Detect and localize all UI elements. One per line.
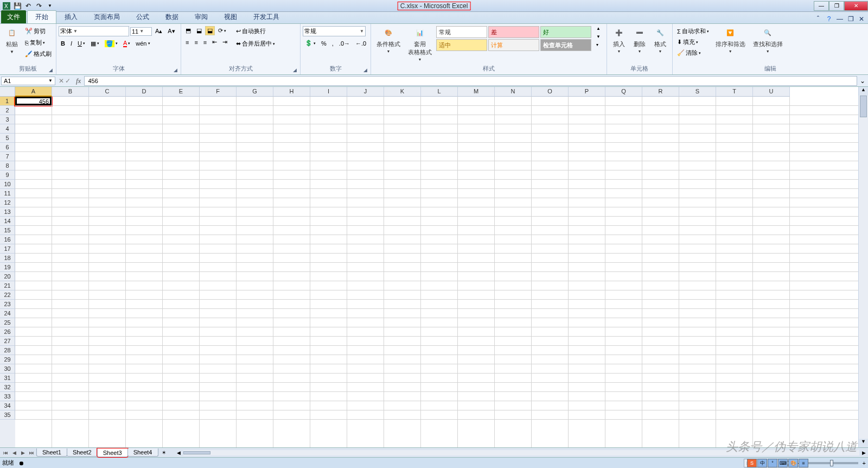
row-header-14[interactable]: 14 [0, 217, 15, 226]
column-header-T[interactable]: T [716, 87, 753, 97]
column-header-G[interactable]: G [237, 87, 273, 97]
format-painter-button[interactable]: 🖌️格式刷 [23, 49, 54, 59]
align-left-icon[interactable]: ≡ [183, 38, 191, 47]
row-header-9[interactable]: 9 [0, 170, 15, 180]
clear-button[interactable]: 🧹清除▾ [675, 48, 711, 58]
macro-record-icon[interactable]: ⏺ [18, 460, 24, 466]
column-header-I[interactable]: I [310, 87, 347, 97]
font-color-button[interactable]: A▾ [121, 39, 132, 48]
qat-dropdown-icon[interactable]: ▼ [46, 2, 54, 10]
tab-home[interactable]: 开始 [27, 10, 56, 23]
column-header-A[interactable]: A [15, 87, 52, 97]
row-header-10[interactable]: 10 [0, 180, 15, 189]
row-header-2[interactable]: 2 [0, 106, 15, 115]
styles-scroll-up-icon[interactable]: ▲ [594, 25, 603, 32]
comma-icon[interactable]: , [330, 39, 336, 48]
column-header-N[interactable]: N [495, 87, 532, 97]
row-header-17[interactable]: 17 [0, 244, 15, 254]
row-header-33[interactable]: 33 [0, 392, 15, 401]
row-header-28[interactable]: 28 [0, 346, 15, 355]
hscroll-thumb[interactable] [183, 451, 210, 454]
tab-developer[interactable]: 开发工具 [245, 10, 288, 23]
scroll-left-icon[interactable]: ◀ [175, 450, 183, 456]
row-header-12[interactable]: 12 [0, 198, 15, 207]
row-header-26[interactable]: 26 [0, 327, 15, 337]
tab-view[interactable]: 视图 [216, 10, 245, 23]
vertical-scrollbar[interactable]: ▲ ▼ [858, 87, 868, 447]
row-header-15[interactable]: 15 [0, 226, 15, 235]
tab-review[interactable]: 审阅 [187, 10, 216, 23]
row-header-3[interactable]: 3 [0, 115, 15, 124]
close-button[interactable]: ✕ [844, 1, 868, 11]
column-header-M[interactable]: M [458, 87, 495, 97]
sheet-last-icon[interactable]: ⏭ [27, 450, 36, 456]
column-header-E[interactable]: E [163, 87, 200, 97]
align-middle-icon[interactable]: ⬓ [194, 26, 204, 35]
border-button[interactable]: ▦▾ [88, 39, 101, 48]
sheet-tab-3[interactable]: Sheet3 [97, 448, 128, 457]
ime-menu-icon[interactable]: ≡ [799, 459, 808, 467]
window-close-icon[interactable]: ✕ [857, 15, 866, 23]
font-launcher-icon[interactable]: ◢ [174, 67, 177, 73]
indent-increase-icon[interactable]: ⇥ [220, 37, 229, 47]
row-header-31[interactable]: 31 [0, 374, 15, 383]
increase-decimal-icon[interactable]: .0→ [337, 39, 352, 48]
ime-punct-icon[interactable]: ° [768, 459, 777, 467]
row-header-19[interactable]: 19 [0, 263, 15, 272]
redo-icon[interactable]: ↷ [35, 2, 43, 10]
name-box[interactable]: A1▼ [1, 77, 55, 85]
ime-soft-kb-icon[interactable]: ⌨ [778, 459, 788, 467]
merge-button[interactable]: ⬌合并后居中▾ [234, 39, 277, 49]
formula-input[interactable]: 456 [84, 76, 857, 86]
minimize-ribbon-icon[interactable]: ˆ [814, 15, 822, 23]
column-header-D[interactable]: D [126, 87, 163, 97]
copy-button[interactable]: ⎘复制▾ [23, 37, 54, 48]
cut-button[interactable]: ✂️剪切 [23, 26, 54, 36]
bold-button[interactable]: B [59, 39, 67, 48]
fill-button[interactable]: ⬇填充▾ [675, 37, 711, 47]
column-header-K[interactable]: K [384, 87, 421, 97]
row-header-7[interactable]: 7 [0, 152, 15, 161]
save-icon[interactable]: 💾 [13, 2, 22, 10]
row-header-6[interactable]: 6 [0, 143, 15, 152]
scroll-right-icon[interactable]: ▶ [859, 450, 868, 456]
increase-font-icon[interactable]: A▴ [153, 27, 164, 36]
conditional-format-button[interactable]: 🎨条件格式▼ [373, 25, 404, 54]
underline-button[interactable]: U▾ [75, 39, 87, 48]
zoom-in-button[interactable]: + [863, 460, 866, 466]
percent-icon[interactable]: % [319, 39, 329, 48]
sheet-next-icon[interactable]: ▶ [18, 450, 27, 456]
row-header-18[interactable]: 18 [0, 254, 15, 263]
decrease-font-icon[interactable]: A▾ [165, 27, 177, 36]
indent-decrease-icon[interactable]: ⇤ [210, 37, 219, 47]
vscroll-thumb[interactable] [860, 96, 867, 117]
column-header-R[interactable]: R [642, 87, 679, 97]
row-header-1[interactable]: 1 [0, 97, 15, 106]
column-header-B[interactable]: B [52, 87, 89, 97]
column-header-Q[interactable]: Q [605, 87, 642, 97]
style-bad[interactable]: 差 [488, 26, 539, 38]
maximize-button[interactable]: ❐ [829, 1, 844, 11]
help-icon[interactable]: ? [825, 15, 833, 23]
ime-lang-button[interactable]: 中 [757, 459, 767, 467]
italic-button[interactable]: I [68, 39, 74, 48]
ime-skin-icon[interactable]: 🎨 [788, 459, 798, 467]
row-header-25[interactable]: 25 [0, 318, 15, 327]
row-header-32[interactable]: 32 [0, 383, 15, 392]
tab-file[interactable]: 文件 [1, 10, 26, 23]
column-header-S[interactable]: S [679, 87, 716, 97]
window-min-icon[interactable]: — [835, 15, 844, 23]
new-sheet-button[interactable]: ✶ [158, 450, 169, 456]
column-header-U[interactable]: U [753, 87, 790, 97]
row-header-35[interactable]: 35 [0, 410, 15, 420]
styles-scroll-down-icon[interactable]: ▼ [594, 33, 603, 40]
row-header-27[interactable]: 27 [0, 337, 15, 346]
column-header-P[interactable]: P [569, 87, 605, 97]
sheet-first-icon[interactable]: ⏮ [1, 450, 10, 456]
style-normal[interactable]: 常规 [436, 26, 487, 38]
number-launcher-icon[interactable]: ◢ [363, 67, 367, 73]
orientation-icon[interactable]: ⟳▾ [216, 26, 228, 35]
tab-data[interactable]: 数据 [157, 10, 187, 23]
zoom-slider-thumb[interactable] [830, 460, 833, 466]
window-restore-icon[interactable]: ❐ [846, 15, 855, 23]
